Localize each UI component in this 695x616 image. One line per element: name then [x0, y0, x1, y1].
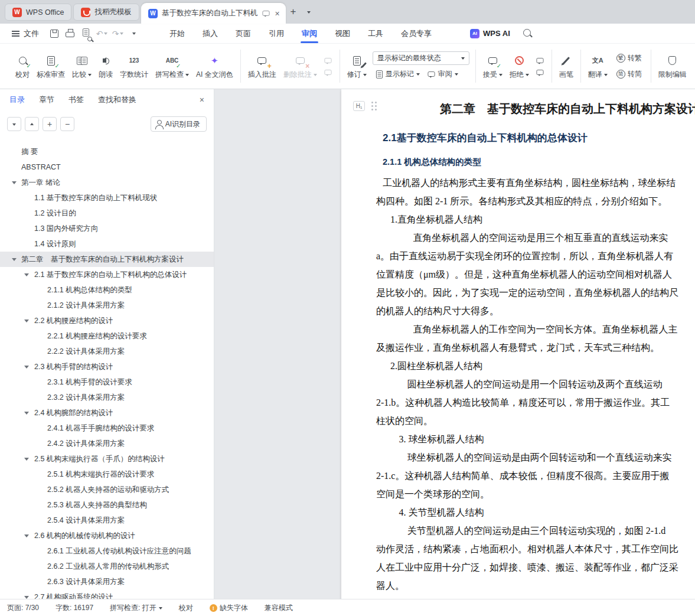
doc-text-line[interactable]: 的机器人的结构尺寸大得多。	[376, 302, 695, 320]
save-button[interactable]	[46, 26, 62, 41]
ai-recognize-toc-button[interactable]: AI识别目录	[151, 116, 207, 132]
menu-item-tools[interactable]: 工具	[359, 24, 392, 43]
ink-brush-button[interactable]: 画笔	[556, 52, 577, 81]
menu-item-home[interactable]: 开始	[161, 24, 194, 43]
toc-item[interactable]: 1.4 设计原则	[0, 236, 214, 252]
close-sidebar-button[interactable]	[200, 96, 204, 104]
doc-text-line[interactable]: 3. 球坐标机器人结构	[376, 430, 695, 448]
doc-text-line[interactable]: 1.直角坐标机器人结构	[376, 210, 695, 229]
toc-item[interactable]: 2.2.2 设计具体采用方案	[0, 344, 214, 359]
toc-item[interactable]: ABSTRACT	[0, 159, 214, 175]
doc-text-line[interactable]: 器人。	[376, 576, 695, 595]
toc-item[interactable]: 2.4.1 机器手手腕结构的设计要求	[0, 421, 214, 436]
search-button[interactable]	[523, 28, 531, 39]
menu-item-member[interactable]: 会员专享	[392, 24, 441, 43]
print-preview-button[interactable]	[78, 26, 94, 41]
redo-button[interactable]: ↷	[110, 26, 126, 41]
doc-text-line[interactable]: 柱状的空间。	[376, 412, 695, 430]
toc-item[interactable]: 2.5.3 机器人夹持器的典型结构	[0, 497, 214, 513]
toc-item[interactable]: 1.2 设计目的	[0, 206, 214, 221]
subsection-heading[interactable]: 2.1.1 机构总体结构的类型	[383, 157, 695, 168]
toc-item[interactable]: 2.5.1 机构末端执行器的设计要求	[0, 467, 214, 482]
doc-text-line[interactable]: 直角坐标机器人的工作空间为一空间长方体。直角坐标机器人主	[376, 320, 695, 338]
doc-text-line[interactable]: 关节型机器人结构，有水平关节型、垂直关节型两种。	[376, 595, 695, 599]
previous-change-button[interactable]	[534, 57, 546, 64]
track-changes-button[interactable]: 修订	[344, 52, 370, 81]
toc-item[interactable]: 2.5.2 机器人夹持器的运动和驱动方式	[0, 482, 214, 497]
next-change-button[interactable]	[534, 69, 546, 76]
print-button[interactable]	[62, 26, 78, 41]
menu-item-review[interactable]: 审阅	[293, 24, 326, 43]
doc-text-line[interactable]: 4. 关节型机器人结构	[376, 503, 695, 522]
collapse-arrow-icon[interactable]	[24, 458, 29, 463]
close-tab-button[interactable]	[275, 9, 279, 18]
doc-text-line[interactable]: 2-1.c。这种机器人结构简单、成本较低，但精度不很高。主要应用于搬	[376, 467, 695, 485]
ai-polish-button[interactable]: ✦ AI 全文润色	[192, 52, 237, 81]
toc-item[interactable]: 2.3.2 设计具体采用方案	[0, 390, 214, 405]
tab-list-dropdown[interactable]	[301, 4, 316, 20]
toc-item[interactable]: 2.5 机构末端执行器（手爪）的结构设计	[0, 451, 214, 467]
toc-item[interactable]: 摘 要	[0, 144, 214, 159]
toc-item[interactable]: 2.4.2 设计具体采用方案	[0, 436, 214, 451]
proofread-status[interactable]: 校对	[179, 603, 193, 613]
missing-font-warning[interactable]: 缺失字体	[210, 603, 248, 613]
doc-text-line[interactable]: 及搬运作业，直角坐标机器人有悬臂式，龙门式，天车式三种结构。	[376, 338, 695, 357]
menu-item-view[interactable]: 视图	[326, 24, 359, 43]
tab-current-document[interactable]: W 基于数控车床的自动上下料机	[141, 3, 286, 24]
toc-item[interactable]: 1.3 国内外研究方向	[0, 221, 214, 236]
wps-ai-button[interactable]: AI WPS AI	[470, 29, 510, 38]
toc-item[interactable]: 2.3 机构手臂的结构设计	[0, 359, 214, 374]
menu-item-reference[interactable]: 引用	[260, 24, 293, 43]
toc-item[interactable]: 第一章 绪论	[0, 175, 214, 190]
toc-item[interactable]: 2.6.3 设计具体采用方案	[0, 574, 214, 589]
toc-item[interactable]: 2.1.1 机构总体结构的类型	[0, 282, 214, 298]
word-count-indicator[interactable]: 字数: 16197	[56, 603, 93, 613]
doc-text-line[interactable]: 人在工业中应用十分广泛，如焊接、喷漆、搬运、装配等作业，都广泛采	[376, 558, 695, 576]
accept-change-button[interactable]: 接受	[479, 52, 506, 81]
sidebar-tab-chapters[interactable]: 章节	[39, 94, 54, 105]
toc-item[interactable]: 2.7 机构驱动系统的设计	[0, 589, 214, 599]
heading-level-badge[interactable]: H₁	[353, 101, 365, 111]
toc-collapse-button[interactable]	[7, 117, 21, 131]
menu-item-insert[interactable]: 插入	[194, 24, 227, 43]
doc-text-line[interactable]: 构四种。如图 2-1 所示。各结构形式及其相应的特点，分别介绍如下。	[376, 192, 695, 210]
toc-item[interactable]: 2.5.4 设计具体采用方案	[0, 513, 214, 528]
tab-wps-office[interactable]: W WPS Office	[5, 4, 71, 21]
doc-text-line[interactable]: 工业机器人的结构形式主要有直角坐标结构，圆柱坐标结构，球坐标结	[376, 174, 695, 192]
to-traditional-button[interactable]: 繁 转繁	[614, 51, 645, 65]
collapse-arrow-icon[interactable]	[12, 181, 17, 187]
collapse-arrow-icon[interactable]	[24, 273, 29, 279]
review-pane-button[interactable]: 审阅	[424, 67, 461, 81]
show-markup-button[interactable]: 显示标记	[373, 67, 423, 81]
new-tab-button[interactable]	[286, 4, 301, 20]
doc-text-line[interactable]: 2-1.b。这种机器人构造比较简单，精度还可以，常用于搬运作业。其工	[376, 393, 695, 412]
sidebar-tab-toc[interactable]: 目录	[9, 94, 25, 105]
doc-text-line[interactable]: 是比较小的。因此，为了实现一定的运动空间，直角坐标机器人的结构尺	[376, 283, 695, 302]
toc-item[interactable]: 2.2.1 机构腰座结构的设计要求	[0, 328, 214, 344]
menu-item-page[interactable]: 页面	[227, 24, 260, 43]
doc-text-line[interactable]: 2.圆柱坐标机器人结构	[376, 357, 695, 375]
doc-text-line[interactable]: 直角坐标机器人的空间运动是用三个相互垂直的直线运动来实	[376, 229, 695, 247]
doc-text-line[interactable]: 关节型机器人的空间运动是由三个回转运动实现的，如图 2-1.d	[376, 522, 695, 540]
collapse-arrow-icon[interactable]	[24, 366, 29, 371]
doc-text-line[interactable]: 圆柱坐标机器人的空间运动是用一个回转运动及两个直线运动	[376, 375, 695, 393]
file-menu[interactable]: 文件	[7, 24, 44, 43]
toc-item[interactable]: 2.1 基于数控车床的自动上下料机构的总体设计	[0, 267, 214, 282]
collapse-arrow-icon[interactable]	[24, 534, 29, 540]
doc-text-line[interactable]: 动作灵活，结构紧凑，占地面积小。相对机器人本体尺寸，其工作空间比	[376, 540, 695, 558]
spell-check-status[interactable]: 拼写检查: 打开	[110, 603, 162, 613]
doc-text-line[interactable]: 球坐标机器人的空间运动是由两个回转运动和一个直线运动来实	[376, 448, 695, 467]
standard-review-button[interactable]: 标准审查	[33, 52, 68, 81]
read-aloud-button[interactable]: 朗读	[95, 52, 116, 81]
translate-button[interactable]: 文A 翻译	[585, 52, 611, 81]
markup-state-select[interactable]: 显示标记的最终状态	[373, 51, 469, 65]
doc-text-line[interactable]: a。由于直线运动易于实现全闭环的位置控制，所以，直角坐标机器人有	[376, 247, 695, 265]
collapse-arrow-icon[interactable]	[24, 412, 29, 417]
toc-item[interactable]: 2.1.2 设计具体采用方案	[0, 298, 214, 313]
undo-button[interactable]: ↶	[94, 26, 110, 41]
reject-change-button[interactable]: 拒绝	[506, 52, 533, 81]
proofread-button[interactable]: 校对	[12, 52, 33, 81]
toc-item[interactable]: 2.2 机构腰座结构的设计	[0, 313, 214, 328]
toc-item[interactable]: 第二章 基于数控车床的自动上下料机构方案设计	[0, 252, 214, 267]
document-area[interactable]: H₁ 第二章 基于数控车床的自动上下料机构方案设计 2.1基于数控车床的自动上下…	[214, 89, 695, 599]
